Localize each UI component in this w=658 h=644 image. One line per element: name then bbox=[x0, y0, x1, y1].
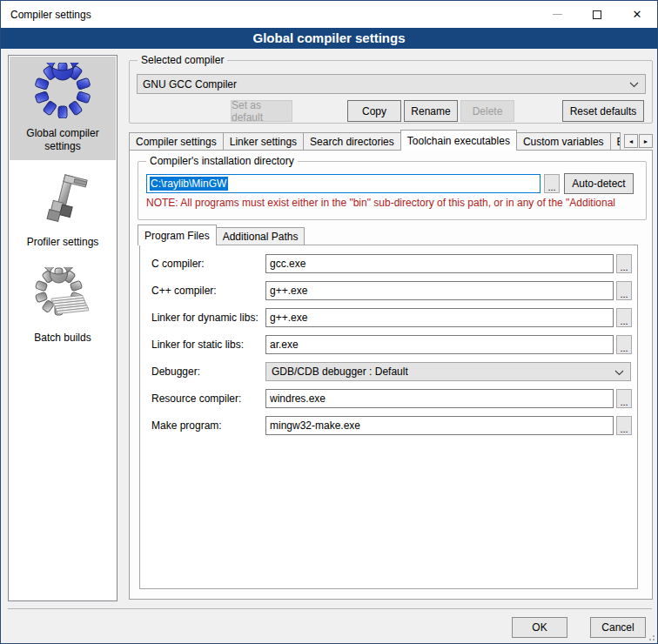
blue-gear-icon bbox=[35, 63, 91, 118]
linker-static-input[interactable] bbox=[265, 335, 614, 354]
debugger-label: Debugger: bbox=[151, 366, 200, 378]
linker-static-browse-button[interactable]: ... bbox=[616, 335, 632, 354]
tab-build-options[interactable]: Build o bbox=[610, 132, 621, 151]
toolchain-executables-page: Compiler's installation directory C:\ray… bbox=[129, 150, 653, 600]
close-button[interactable]: ✕ bbox=[617, 1, 657, 28]
right-arrow-icon: ► bbox=[643, 138, 649, 144]
sidebar-item-global-compiler-settings[interactable]: Global compiler settings bbox=[10, 57, 116, 160]
linker-dynamic-input[interactable] bbox=[265, 308, 614, 327]
linker-dynamic-label: Linker for dynamic libs: bbox=[151, 312, 258, 324]
set-as-default-button[interactable]: Set as default bbox=[231, 100, 292, 122]
maximize-icon bbox=[593, 10, 601, 19]
tab-additional-paths[interactable]: Additional Paths bbox=[216, 227, 306, 245]
copy-button[interactable]: Copy bbox=[347, 100, 401, 122]
grey-gear-stack-icon bbox=[35, 267, 91, 323]
resource-compiler-label: Resource compiler: bbox=[151, 392, 241, 405]
tab-custom-variables[interactable]: Custom variables bbox=[516, 132, 611, 151]
program-files-page: C compiler: ... C++ compiler: ... Linker… bbox=[139, 245, 638, 589]
page-title: Global compiler settings bbox=[1, 28, 657, 49]
auto-detect-button[interactable]: Auto-detect bbox=[564, 173, 634, 194]
maximize-button[interactable] bbox=[577, 1, 617, 28]
title-bar[interactable]: Compiler settings ✕ bbox=[1, 1, 657, 28]
left-arrow-icon: ◄ bbox=[628, 138, 634, 144]
tab-scroll-right-button[interactable]: ► bbox=[639, 134, 653, 148]
resize-grip[interactable] bbox=[648, 634, 655, 641]
tab-program-files[interactable]: Program Files bbox=[138, 225, 217, 245]
cancel-button[interactable]: Cancel bbox=[590, 617, 646, 638]
program-files-tabbar: Program Files Additional Paths bbox=[138, 226, 304, 245]
chevron-down-icon bbox=[629, 82, 639, 88]
reset-defaults-button[interactable]: Reset defaults bbox=[562, 100, 644, 122]
compiler-settings-dialog: Compiler settings ✕ Global compiler sett… bbox=[0, 0, 658, 644]
c-compiler-label: C compiler: bbox=[151, 258, 205, 270]
window-title: Compiler settings bbox=[10, 9, 91, 21]
sidebar-item-profiler-settings[interactable]: Profiler settings bbox=[10, 165, 116, 256]
selected-compiler-group: Selected compiler GNU GCC Compiler Set a… bbox=[129, 60, 653, 124]
debugger-select[interactable]: GDB/CDB debugger : Default bbox=[265, 362, 631, 381]
tab-search-directories[interactable]: Search directories bbox=[303, 132, 401, 151]
directory-browse-button[interactable]: ... bbox=[544, 174, 560, 193]
cpp-compiler-label: C++ compiler: bbox=[151, 285, 217, 297]
tab-toolchain-executables[interactable]: Toolchain executables bbox=[400, 130, 517, 151]
chevron-down-icon bbox=[614, 370, 624, 376]
settings-category-list: Global compiler settings Profiler settin… bbox=[8, 55, 118, 601]
minimize-button[interactable] bbox=[537, 1, 577, 28]
compiler-settings-tabbar: Compiler settings Linker settings Search… bbox=[129, 130, 653, 151]
sidebar-item-label: Batch builds bbox=[11, 332, 114, 345]
compiler-select-value: GNU GCC Compiler bbox=[143, 78, 237, 91]
compiler-select[interactable]: GNU GCC Compiler bbox=[137, 74, 646, 94]
rename-button[interactable]: Rename bbox=[404, 100, 458, 122]
debugger-select-value: GDB/CDB debugger : Default bbox=[272, 366, 408, 378]
cpp-compiler-input[interactable] bbox=[265, 281, 614, 300]
make-program-input[interactable] bbox=[265, 416, 614, 435]
sidebar-item-label: Profiler settings bbox=[11, 236, 114, 249]
cpp-compiler-browse-button[interactable]: ... bbox=[616, 281, 632, 300]
group-label: Compiler's installation directory bbox=[146, 155, 298, 167]
footer-divider bbox=[8, 608, 652, 609]
selected-text: C:\raylib\MinGW bbox=[150, 177, 228, 191]
c-compiler-browse-button[interactable]: ... bbox=[616, 254, 632, 273]
minimize-icon bbox=[553, 14, 562, 15]
linker-static-label: Linker for static libs: bbox=[151, 339, 244, 351]
c-compiler-input[interactable] bbox=[265, 254, 614, 273]
tab-compiler-settings[interactable]: Compiler settings bbox=[129, 132, 224, 151]
make-program-label: Make program: bbox=[151, 419, 222, 432]
directory-note: NOTE: All programs must exist either in … bbox=[146, 197, 644, 209]
tab-linker-settings[interactable]: Linker settings bbox=[223, 132, 304, 151]
installation-directory-input[interactable]: C:\raylib\MinGW bbox=[146, 174, 540, 193]
sidebar-item-batch-builds[interactable]: Batch builds bbox=[10, 261, 116, 352]
ok-button[interactable]: OK bbox=[512, 617, 567, 638]
group-label: Selected compiler bbox=[138, 54, 227, 66]
make-program-browse-button[interactable]: ... bbox=[616, 416, 632, 435]
resource-compiler-browse-button[interactable]: ... bbox=[616, 389, 632, 408]
tab-scroll-left-button[interactable]: ◄ bbox=[624, 134, 638, 148]
sidebar-item-label: Global compiler settings bbox=[11, 127, 114, 153]
close-icon: ✕ bbox=[633, 9, 642, 20]
installation-directory-group: Compiler's installation directory C:\ray… bbox=[138, 161, 647, 220]
linker-dynamic-browse-button[interactable]: ... bbox=[616, 308, 632, 327]
delete-button[interactable]: Delete bbox=[460, 100, 514, 122]
caliper-icon bbox=[35, 171, 91, 227]
resource-compiler-input[interactable] bbox=[265, 389, 614, 408]
